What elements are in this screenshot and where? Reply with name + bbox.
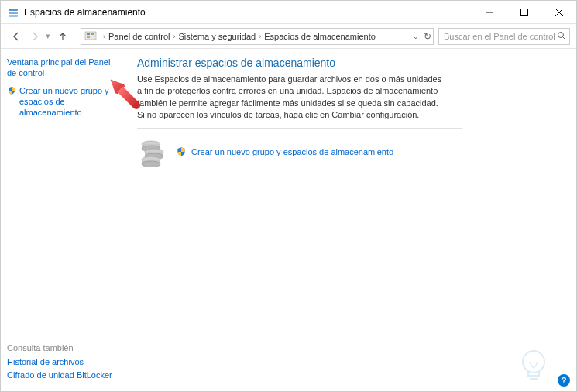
lightbulb-watermark [514, 346, 553, 385]
page-title: Administrar espacios de almacenamiento [137, 57, 564, 69]
svg-rect-4 [520, 9, 527, 15]
chevron-icon[interactable]: › [170, 33, 179, 40]
action-row: Crear un nuevo grupo y espacios de almac… [137, 136, 564, 167]
minimize-button[interactable] [472, 1, 507, 23]
svg-rect-1 [9, 12, 18, 14]
divider [137, 128, 462, 129]
address-dropdown[interactable]: ⌄ [413, 33, 419, 40]
shield-icon [176, 146, 187, 157]
svg-point-11 [558, 32, 564, 37]
maximize-button[interactable] [507, 1, 541, 23]
titlebar: Espacios de almacenamiento [1, 1, 576, 24]
create-storage-pool-link[interactable]: Crear un nuevo grupo y espacios de almac… [176, 146, 393, 157]
svg-point-21 [142, 161, 160, 167]
svg-rect-0 [9, 9, 18, 11]
search-input[interactable]: Buscar en el Panel de control [438, 28, 570, 45]
search-icon[interactable] [557, 31, 566, 42]
bottom-links: Consulta también Historial de archivos C… [7, 343, 112, 383]
up-button[interactable] [55, 29, 70, 44]
forward-button[interactable] [26, 27, 44, 46]
back-button[interactable] [7, 27, 26, 46]
svg-rect-2 [9, 15, 18, 17]
svg-rect-9 [91, 33, 94, 35]
breadcrumb-system-security[interactable]: Sistema y seguridad [179, 32, 256, 41]
bitlocker-link[interactable]: Cifrado de unidad BitLocker [7, 370, 112, 380]
svg-point-22 [523, 351, 544, 373]
breadcrumb[interactable]: › Panel de control › Sistema y seguridad… [81, 28, 434, 45]
file-history-link[interactable]: Historial de archivos [7, 357, 112, 366]
help-icon[interactable]: ? [558, 374, 570, 387]
see-also-heading: Consulta también [7, 343, 112, 352]
control-panel-icon [84, 30, 97, 43]
history-dropdown[interactable]: ▾ [46, 31, 50, 41]
window-title: Espacios de almacenamiento [24, 7, 472, 18]
sidebar-create-storage-pool[interactable]: Crear un nuevo grupo y espacios de almac… [7, 85, 118, 119]
storage-drives-icon [137, 136, 168, 167]
main-panel: Administrar espacios de almacenamiento U… [125, 49, 576, 392]
close-button[interactable] [541, 1, 576, 23]
create-storage-pool-label: Crear un nuevo grupo y espacios de almac… [191, 147, 393, 156]
sidebar-control-panel-home[interactable]: Ventana principal del Panel de control [7, 57, 118, 79]
page-description: Use Espacios de almacenamiento para guar… [137, 74, 447, 122]
svg-rect-10 [87, 36, 90, 38]
sidebar-create-label: Crear un nuevo grupo y espacios de almac… [19, 85, 118, 119]
navbar: ▾ › Panel de control › Sistema y segurid… [1, 24, 576, 49]
chevron-icon[interactable]: › [256, 33, 264, 40]
svg-rect-8 [87, 33, 90, 35]
storage-spaces-icon [7, 6, 19, 19]
svg-line-12 [563, 36, 566, 40]
refresh-button[interactable]: ↻ [424, 31, 431, 42]
breadcrumb-control-panel[interactable]: Panel de control [108, 32, 170, 41]
search-placeholder: Buscar en el Panel de control [444, 32, 555, 41]
sidebar: Ventana principal del Panel de control C… [1, 49, 125, 392]
divider [77, 29, 77, 43]
svg-rect-7 [85, 32, 96, 40]
shield-icon [7, 86, 16, 95]
breadcrumb-storage-spaces[interactable]: Espacios de almacenamiento [264, 32, 376, 41]
chevron-icon[interactable]: › [100, 33, 108, 40]
